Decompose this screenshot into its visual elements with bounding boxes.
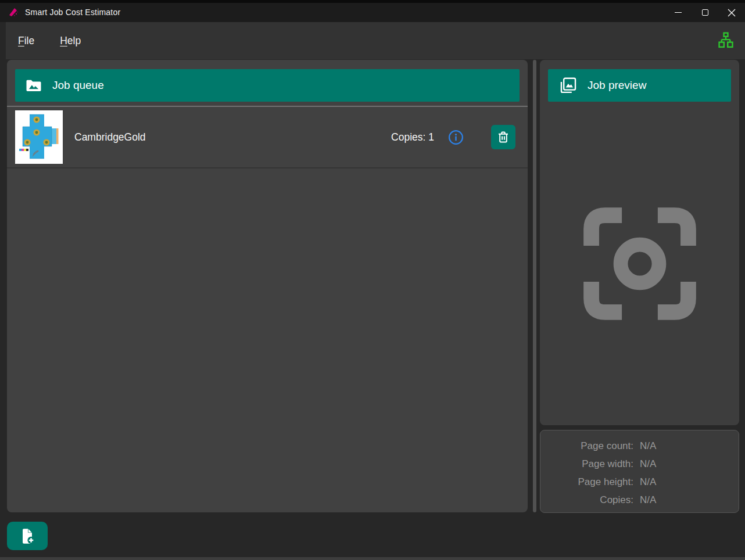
window-controls xyxy=(665,3,745,22)
menu-help[interactable]: Help xyxy=(52,30,88,52)
info-row-page-height: Page height: N/A xyxy=(540,473,739,491)
info-icon[interactable] xyxy=(448,130,464,145)
viewfinder-placeholder-icon xyxy=(580,204,700,324)
page-height-value: N/A xyxy=(640,473,739,491)
copies-value: 1 xyxy=(428,131,434,143)
maximize-button[interactable] xyxy=(692,3,718,22)
page-count-value: N/A xyxy=(640,437,739,455)
app-logo-icon xyxy=(8,6,19,18)
menu-file-mnemonic: F xyxy=(18,35,24,46)
job-row[interactable]: CambridgeGold Copies: 1 xyxy=(7,107,528,167)
trash-icon xyxy=(496,130,510,144)
panel-splitter[interactable] xyxy=(533,60,536,512)
info-copies-value: N/A xyxy=(640,491,739,509)
window-title: Smart Job Cost Estimator xyxy=(25,8,120,17)
job-queue-header: Job queue xyxy=(15,69,520,102)
window-bottom-edge xyxy=(0,557,745,560)
menubar: File Help xyxy=(6,22,745,59)
row-divider xyxy=(7,167,528,168)
job-queue-panel: Job queue xyxy=(7,60,528,512)
info-copies-label: Copies: xyxy=(540,491,633,509)
copies-label: Copies: xyxy=(391,131,428,143)
maximize-icon xyxy=(702,9,708,16)
minimize-button[interactable] xyxy=(665,3,692,22)
file-plus-icon xyxy=(18,527,37,545)
page-width-label: Page width: xyxy=(540,455,633,473)
info-row-page-count: Page count: N/A xyxy=(540,437,739,455)
menu-file[interactable]: File xyxy=(10,30,42,52)
info-row-page-width: Page width: N/A xyxy=(540,455,739,473)
job-name: CambridgeGold xyxy=(74,131,146,143)
menu-help-mnemonic: H xyxy=(60,35,67,46)
menu-help-label: elp xyxy=(67,35,81,46)
folder-image-icon xyxy=(25,77,42,94)
delete-job-button[interactable] xyxy=(491,125,515,149)
job-preview-title: Job preview xyxy=(588,79,646,92)
info-row-copies: Copies: N/A xyxy=(540,491,739,509)
page-count-label: Page count: xyxy=(540,437,633,455)
job-thumbnail xyxy=(15,110,63,164)
page-width-value: N/A xyxy=(640,455,739,473)
add-job-button[interactable] xyxy=(7,522,48,550)
menu-file-label: ile xyxy=(24,35,35,46)
job-preview-header: Job preview xyxy=(548,69,731,102)
photo-stack-icon xyxy=(558,76,578,95)
minimize-icon xyxy=(675,12,682,13)
close-button[interactable] xyxy=(718,3,745,22)
job-copies: Copies: 1 xyxy=(391,131,434,143)
job-preview-panel: Job preview xyxy=(540,60,739,425)
network-sitemap-icon xyxy=(717,31,735,50)
job-queue-title: Job queue xyxy=(52,79,104,92)
titlebar: Smart Job Cost Estimator xyxy=(0,0,745,22)
window-top-edge xyxy=(0,0,745,3)
close-icon xyxy=(728,9,736,17)
network-settings-button[interactable] xyxy=(715,30,737,52)
page-height-label: Page height: xyxy=(540,473,633,491)
preview-body xyxy=(540,102,739,425)
job-info-panel: Page count: N/A Page width: N/A Page hei… xyxy=(540,430,739,513)
